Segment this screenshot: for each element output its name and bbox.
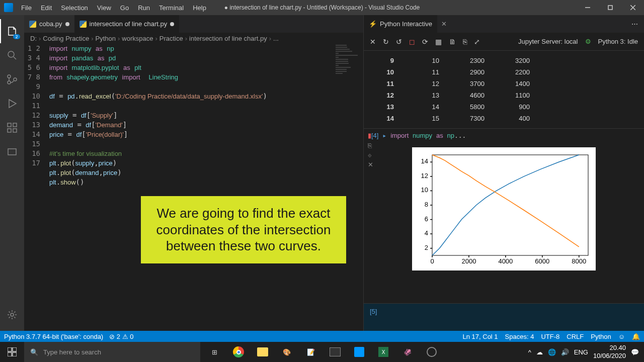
task-view-icon[interactable]: ⊞ xyxy=(202,342,226,362)
close-tab-icon[interactable]: ✕ xyxy=(437,20,451,28)
indentation[interactable]: Spaces: 4 xyxy=(505,333,534,340)
run-debug-icon[interactable] xyxy=(0,92,24,116)
svg-text:0: 0 xyxy=(430,257,434,265)
menu-view[interactable]: View xyxy=(93,2,115,14)
code-editor[interactable]: 1 2 3 4 5 6 7 8 9 10 11 12 13 14 15 16 1… xyxy=(24,44,361,331)
extensions-icon[interactable] xyxy=(0,116,24,140)
svg-rect-44 xyxy=(8,352,12,356)
maximize-button[interactable] xyxy=(599,0,621,15)
source-control-icon[interactable] xyxy=(0,67,24,92)
svg-point-6 xyxy=(8,75,11,78)
save-icon[interactable]: 🗎 xyxy=(449,38,456,46)
feedback-icon[interactable]: ☺ xyxy=(618,333,625,340)
problems[interactable]: ⊘ 2 ⚠ 0 xyxy=(109,333,133,340)
crumb[interactable]: ... xyxy=(273,35,279,42)
menu-go[interactable]: Go xyxy=(116,2,133,14)
grid-icon[interactable]: ▦ xyxy=(435,38,442,46)
redo-icon[interactable]: ↻ xyxy=(383,38,389,46)
titlebar: File Edit Selection View Go Run Terminal… xyxy=(0,0,644,15)
stop-icon[interactable]: ◻ xyxy=(409,38,415,46)
svg-point-4 xyxy=(8,51,14,57)
interactive-tabs: ⚡ Python Interactive ✕ ⋯ xyxy=(364,15,644,33)
input-cell[interactable]: [5] xyxy=(364,303,644,331)
svg-text:6000: 6000 xyxy=(535,257,549,265)
taskbar-search[interactable]: 🔍 Type here to search xyxy=(24,342,200,362)
svg-point-7 xyxy=(8,81,11,84)
menu-selection[interactable]: Selection xyxy=(57,2,92,14)
svg-rect-11 xyxy=(8,129,11,132)
cursor-position[interactable]: Ln 17, Col 1 xyxy=(463,333,498,340)
paint-icon[interactable]: 🎨 xyxy=(275,342,299,362)
crumb[interactable]: Coding Practice xyxy=(43,35,89,42)
code-content[interactable]: import numpy as np import pandas as pd i… xyxy=(49,44,361,331)
undo-icon[interactable]: ↺ xyxy=(396,38,402,46)
tab-label: Python Interactive xyxy=(380,20,432,28)
chrome-icon[interactable] xyxy=(226,342,251,362)
excel-icon[interactable]: X xyxy=(371,342,395,362)
svg-rect-10 xyxy=(13,123,17,127)
cell-action-icon[interactable]: ⎘ xyxy=(368,142,373,149)
activity-bar: 2 xyxy=(0,15,24,331)
menu-file[interactable]: File xyxy=(17,2,36,14)
notifications-icon[interactable]: 🔔 xyxy=(632,333,640,340)
line-chart: 020004000600080002468101214 xyxy=(412,147,596,270)
remote-icon[interactable] xyxy=(0,140,24,164)
more-icon[interactable]: ⋯ xyxy=(625,20,644,28)
minimize-button[interactable] xyxy=(576,0,599,15)
crumb[interactable]: workspace xyxy=(122,35,153,42)
python-interpreter[interactable]: Python 3.7.7 64-bit ('base': conda) xyxy=(4,333,103,340)
menu-edit[interactable]: Edit xyxy=(37,2,56,14)
close-button[interactable] xyxy=(621,0,644,15)
tray-network-icon[interactable]: 🌐 xyxy=(548,348,556,356)
tray-language-icon[interactable]: ENG xyxy=(574,348,588,356)
explorer-icon[interactable]: 2 xyxy=(0,19,24,43)
search-icon[interactable] xyxy=(0,43,24,67)
svg-text:8: 8 xyxy=(425,201,428,208)
expand-icon[interactable]: ⤢ xyxy=(474,38,480,46)
crumb[interactable]: Python xyxy=(95,35,115,42)
status-bar: Python 3.7.7 64-bit ('base': conda) ⊘ 2 … xyxy=(0,331,644,342)
vscode-icon[interactable] xyxy=(347,342,371,362)
menu-bar: File Edit Selection View Go Run Terminal… xyxy=(17,2,210,14)
tray-volume-icon[interactable]: 🔊 xyxy=(561,348,569,356)
minimap[interactable] xyxy=(334,44,361,195)
crumb[interactable]: intersection of line chart.py xyxy=(189,35,267,42)
crumb[interactable]: Practice xyxy=(159,35,183,42)
svg-rect-12 xyxy=(13,129,17,132)
tab-python-interactive[interactable]: ⚡ Python Interactive xyxy=(364,15,437,33)
tab-intersection[interactable]: intersection of line chart.py xyxy=(74,15,180,33)
language-mode[interactable]: Python xyxy=(591,333,611,340)
tab-coba[interactable]: coba.py xyxy=(24,15,74,33)
tray-chevron-icon[interactable]: ^ xyxy=(528,348,531,356)
cell-action-icon[interactable]: ⟐ xyxy=(368,151,373,159)
menu-terminal[interactable]: Terminal xyxy=(155,2,188,14)
notepad-icon[interactable]: 📝 xyxy=(299,342,323,362)
menu-help[interactable]: Help xyxy=(189,2,210,14)
close-icon[interactable]: ✕ xyxy=(370,38,376,46)
menu-run[interactable]: Run xyxy=(134,2,154,14)
action-center-icon[interactable]: 💬 xyxy=(631,348,639,356)
windows-taskbar: 🔍 Type here to search ⊞ 🎨 📝 X 🦑 ^ ☁ 🌐 🔊 … xyxy=(0,342,644,362)
search-placeholder: Type here to search xyxy=(43,348,101,356)
jupyter-server-label[interactable]: Jupyter Server: local xyxy=(518,38,578,45)
kernel-label[interactable]: Python 3: Idle xyxy=(598,38,638,45)
cell-delete-icon[interactable]: ✕ xyxy=(368,161,373,168)
svg-text:12: 12 xyxy=(421,172,428,179)
restart-icon[interactable]: ⟳ xyxy=(422,38,428,46)
obs-icon[interactable] xyxy=(420,342,444,362)
eol[interactable]: CRLF xyxy=(567,333,584,340)
encoding[interactable]: UTF-8 xyxy=(541,333,559,340)
terminal-icon[interactable] xyxy=(323,342,347,362)
breadcrumb[interactable]: D:› Coding Practice› Python› workspace› … xyxy=(24,33,285,44)
tray-onedrive-icon[interactable]: ☁ xyxy=(536,348,543,356)
annotation-overlay: We are going to find the exact coordinat… xyxy=(141,196,346,263)
file-explorer-icon[interactable] xyxy=(251,342,275,362)
gitkraken-icon[interactable]: 🦑 xyxy=(395,342,420,362)
taskbar-clock[interactable]: 20.40 10/06/2020 xyxy=(593,344,626,359)
settings-gear-icon[interactable] xyxy=(0,303,24,327)
crumb[interactable]: D: xyxy=(30,35,37,42)
export-icon[interactable]: ⎘ xyxy=(463,38,467,46)
svg-text:4: 4 xyxy=(425,229,428,237)
start-button[interactable] xyxy=(0,342,24,362)
svg-rect-43 xyxy=(13,347,17,351)
